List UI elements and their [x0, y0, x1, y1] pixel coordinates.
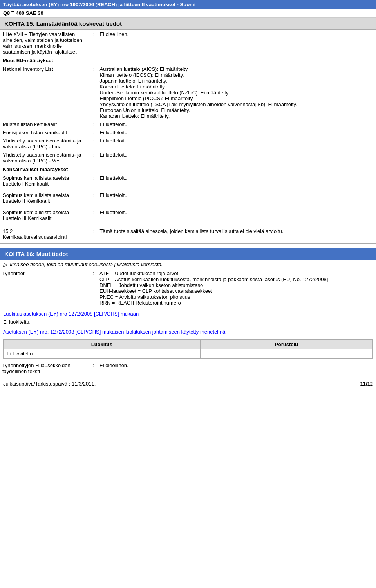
table-cell-perustelu-0 [200, 349, 372, 359]
lyhennettyjen-value: Ei oleellinen. [97, 360, 376, 375]
nil-line-3: Korean luettelo: Ei määritelty. [100, 84, 166, 90]
flag-icon: ▷ [3, 262, 7, 268]
ensisijaisen-label: Ensisijaisen listan kemikaalit [0, 128, 90, 137]
product-code: Q8 T 400 SAE 30 [3, 10, 43, 16]
lyhenteet-line-3: EUH-lausekkeet = CLP kohtaiset vaaralaus… [99, 288, 212, 294]
nil-line-6: Yhdysvaltojen luettelo (TSCA [Laki myrky… [100, 101, 297, 107]
luokitus-link-row: Luokitus asetuksen (EY) nro 1272/2008 [C… [0, 309, 376, 318]
sopimus1-row: Sopimus kemiallisista aseista Luettelo I… [0, 174, 376, 188]
national-inventory-label: National Inventory List [0, 65, 90, 120]
nil-line-8: Kanadan luettelo: Ei määritelty. [100, 113, 170, 119]
lyhennettyjen-colon: : [90, 360, 97, 375]
sopimus3-label: Sopimus kemiallisista aseista Luettelo I… [0, 208, 90, 222]
lyhenteet-line-5: RRN = REACH Rekisteröintinumero [99, 300, 181, 306]
gap-row3 [0, 222, 376, 227]
asetus-link[interactable]: Asetuksen (EY) nro. 1272/2008 [CLP/GHS] … [3, 329, 225, 335]
ensisijaisen-colon: : [90, 128, 98, 137]
yhdistetty-ilma-colon: : [90, 137, 98, 151]
sopimus3-colon: : [90, 208, 98, 222]
lyhenteet-line-2: DNEL = Johdettu vaikutukseton altistumis… [99, 282, 203, 288]
ensisijaisen-row: Ensisijaisen listan kemikaalit : Ei luet… [0, 128, 376, 137]
yhdistetty-ilma-row: Yhdistetty saastumisen estämis- ja valvo… [0, 137, 376, 151]
gap-row1 [0, 188, 376, 191]
kemikaali-turva-colon: : [90, 227, 98, 241]
liite-colon: : [90, 30, 98, 56]
sopimus1-label: Sopimus kemiallisista aseista Luettelo I… [0, 174, 90, 188]
kemikaali-turva-sublabel: Kemikaaliturvalisuusarviointi [3, 234, 67, 240]
italic-note-row: ▷ Ilmaisee tiedon, joka on muuttunut ede… [0, 260, 376, 269]
table-data-row-0: Ei luokiteltu. [4, 349, 373, 359]
liite-value: Ei oleellinen. [98, 30, 376, 56]
section15-header: KOHTA 15: Lainsäädäntöä koskevat tiedot [0, 18, 376, 30]
footer-date: 11/3/2011. [72, 381, 96, 387]
sopimus2-value: Ei luetteloitu [98, 191, 376, 205]
kemikaali-turva-label: 15.2 Kemikaaliturvalisuusarviointi [0, 227, 90, 241]
lyhenteet-line-4: PNEC = Arvioitu vaikutukseton pitoisuus [99, 294, 190, 300]
nil-line-4: Uuden-Seelannin kemikaaliluettelo (NZIoC… [100, 90, 230, 96]
mustan-label: Mustan listan kemikaalit [0, 120, 90, 128]
page-header: Täyttää asetuksen (EY) nro 1907/2006 (RE… [0, 0, 376, 9]
sub-header: Q8 T 400 SAE 30 [0, 9, 376, 18]
sopimus2-label: Sopimus kemiallisista aseista Luettelo I… [0, 191, 90, 205]
mustan-colon: : [90, 120, 98, 128]
footer-date-label: Julkaisupäivä/Tarkistuspäivä [3, 381, 67, 387]
nil-line-0: Australian luettelo (AICS): Ei määritelt… [100, 66, 189, 72]
kemikaali-turva-number: 15.2 [3, 228, 13, 234]
classification-table: Luokitus Perustelu Ei luokiteltu. [3, 339, 373, 359]
eu-header-row: Muut EU-määräykset [0, 56, 376, 65]
yhdistetty-vesi-label: Yhdistetty saastumisen estämis- ja valvo… [0, 151, 90, 165]
footer: Julkaisupäivä/Tarkistuspäivä : 11/3/2011… [0, 379, 376, 388]
luokitus-value-row: Ei luokiteltu. [0, 318, 376, 327]
nil-line-7: Euroopan Unionin luettelo: Ei määritelty… [100, 107, 190, 113]
lyhenteet-value: ATE = Uudet luokituksen raja-arvot CLP =… [97, 269, 376, 307]
kemikaali-turva-value: Tämä tuote sisältää ainesosia, joiden ke… [98, 227, 376, 241]
footer-date-section: Julkaisupäivä/Tarkistuspäivä : 11/3/2011… [3, 381, 96, 387]
yhdistetty-ilma-label: Yhdistetty saastumisen estämis- ja valvo… [0, 137, 90, 151]
liite-label: Liite XVII – Tiettyjen vaarallisten aine… [0, 30, 90, 56]
section15-table: Liite XVII – Tiettyjen vaarallisten aine… [0, 30, 376, 244]
italic-note-text: Ilmaisee tiedon, joka on muuttunut edell… [10, 262, 163, 267]
table-cell-luokitus-0: Ei luokiteltu. [4, 349, 201, 359]
lyhenteet-row: Lyhenteet : ATE = Uudet luokituksen raja… [0, 269, 376, 307]
asetus-link-row: Asetuksen (EY) nro. 1272/2008 [CLP/GHS] … [0, 327, 376, 336]
lyhennettyjen-label: Lyhennettyjen H-lausekkeiden täydellinen… [0, 360, 90, 375]
section16-table: Lyhenteet : ATE = Uudet luokituksen raja… [0, 269, 376, 309]
table-header-perustelu: Perustelu [200, 340, 372, 349]
section15-title: KOHTA 15: Lainsäädäntöä koskevat tiedot [4, 20, 122, 27]
nil-line-5: Filippiinien luettelo (PICCS): Ei määrit… [100, 96, 194, 101]
lyhenteet-line-0: ATE = Uudet luokituksen raja-arvot [99, 271, 178, 276]
sopimus3-value: Ei luetteloitu [98, 208, 376, 222]
yhdistetty-vesi-colon: : [90, 151, 98, 165]
national-inventory-row: National Inventory List : Australian lue… [0, 65, 376, 120]
gap-row2 [0, 205, 376, 208]
luokitus-link[interactable]: Luokitus asetuksen (EY) nro 1272/2008 [C… [3, 311, 139, 317]
page-wrapper: Täyttää asetuksen (EY) nro 1907/2006 (RE… [0, 0, 376, 388]
yhdistetty-vesi-row: Yhdistetty saastumisen estämis- ja valvo… [0, 151, 376, 165]
liite-row: Liite XVII – Tiettyjen vaarallisten aine… [0, 30, 376, 56]
sopimus1-value: Ei luetteloitu [98, 174, 376, 188]
lyhenteet-line-1: CLP = Asetus kemikaalien luokituksesta, … [99, 276, 328, 282]
gap-row4 [0, 241, 376, 244]
table-header-luokitus: Luokitus [4, 340, 201, 349]
section16-header: KOHTA 16: Muut tiedot [0, 248, 376, 260]
page-header-title: Täyttää asetuksen (EY) nro 1907/2006 (RE… [3, 2, 195, 7]
national-inventory-value: Australian luettelo (AICS): Ei määritelt… [98, 65, 376, 120]
section16-title: KOHTA 16: Muut tiedot [4, 251, 68, 257]
nil-line-2: Japanin luettelo: Ei määritelty. [100, 78, 167, 84]
table-header-row: Luokitus Perustelu [4, 340, 373, 349]
national-inventory-colon: : [90, 65, 98, 120]
nil-line-1: Kiinan luettelo (IECSC): Ei määritelty. [100, 72, 184, 78]
mustan-value: Ei luetteloitu [98, 120, 376, 128]
lyhenteet-label: Lyhenteet [0, 269, 90, 307]
mustan-row: Mustan listan kemikaalit : Ei luetteloit… [0, 120, 376, 128]
lyhennettyjen-row: Lyhennettyjen H-lausekkeiden täydellinen… [0, 360, 376, 375]
classification-table-container: Luokitus Perustelu Ei luokiteltu. [0, 336, 376, 360]
sopimus3-row: Sopimus kemiallisista aseista Luettelo I… [0, 208, 376, 222]
kansainvaliset-header-row: Kansainväliset määräykset [0, 165, 376, 174]
lyhennettyjen-table: Lyhennettyjen H-lausekkeiden täydellinen… [0, 360, 376, 375]
footer-colon: : [69, 381, 70, 387]
footer-page: 11/12 [360, 381, 373, 387]
lyhenteet-colon: : [90, 269, 97, 307]
sopimus2-row: Sopimus kemiallisista aseista Luettelo I… [0, 191, 376, 205]
eu-header-label: Muut EU-määräykset [3, 58, 53, 63]
